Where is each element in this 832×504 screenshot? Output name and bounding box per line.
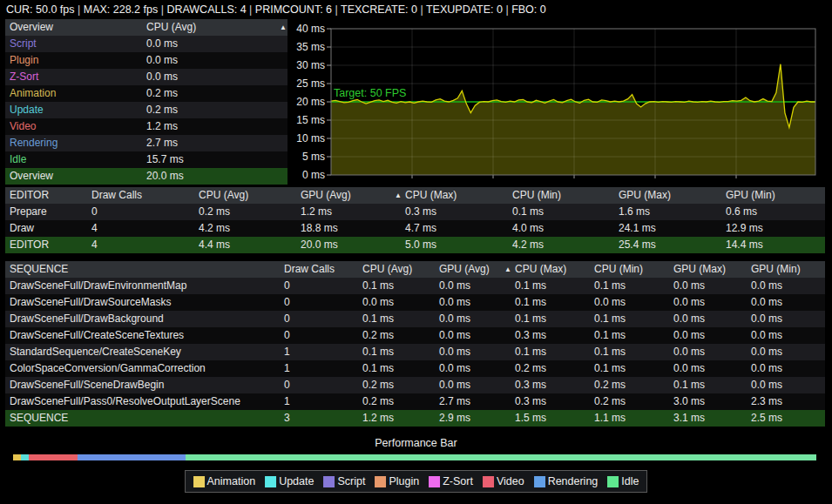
column-header[interactable]: GPU (Max) (673, 261, 726, 278)
legend-swatch-script (323, 476, 335, 487)
status-item: PRIMCOUNT: 6 (255, 3, 332, 16)
column-header[interactable]: GPU (Min) (751, 261, 801, 278)
row-value: 0.1 ms (515, 278, 546, 294)
table-row[interactable]: Prepare00.2 ms1.2 ms0.3 ms0.1 ms1.6 ms0.… (5, 204, 825, 220)
row-value: 0.3 ms (515, 377, 546, 393)
column-header[interactable]: CPU (Min) (594, 261, 643, 278)
row-value: 0 (284, 377, 290, 393)
row-value: 0.0 ms (439, 360, 470, 377)
row-value: 1.2 ms (301, 204, 332, 220)
overview-table-header[interactable]: OverviewCPU (Avg)▲ (5, 19, 287, 36)
row-value: 0.0 ms (751, 311, 782, 327)
row-value: 0.1 ms (362, 311, 394, 327)
row-value: 0.1 ms (515, 294, 546, 311)
table-row[interactable]: Idle15.7 ms (5, 151, 287, 168)
column-header-cpu-avg[interactable]: CPU (Avg) (146, 19, 196, 36)
legend-swatch-idle (607, 476, 619, 487)
table-row[interactable]: Update0.2 ms (5, 102, 287, 118)
table-row[interactable]: DrawSceneFull/DrawEnvironmentMap00.1 ms0… (5, 278, 825, 294)
column-header[interactable]: CPU (Avg) (199, 187, 248, 204)
frame-time-chart: 40 ms35 ms30 ms25 ms20 ms15 ms10 ms5 ms0… (287, 19, 832, 188)
table-row[interactable]: Draw44.2 ms18.8 ms4.7 ms4.0 ms24.1 ms12.… (5, 220, 825, 237)
legend-item: Z-Sort (429, 475, 473, 487)
column-header[interactable]: Draw Calls (284, 261, 335, 278)
column-header[interactable]: Draw Calls (91, 187, 142, 204)
row-value: 0.2 ms (362, 393, 394, 410)
legend-label: Animation (207, 475, 256, 487)
row-value: 0.2 ms (362, 377, 394, 393)
status-separator: | (503, 3, 511, 16)
overview-total-row[interactable]: Overview20.0 ms (5, 168, 287, 185)
table-row[interactable]: Video1.2 ms (5, 118, 287, 135)
column-header[interactable]: CPU (Avg) (362, 261, 412, 278)
table-row[interactable]: Rendering2.7 ms (5, 135, 287, 151)
cpu-avg-value: 0.0 ms (146, 52, 178, 69)
row-value: 0.0 ms (439, 294, 470, 311)
row-value: 0.0 ms (673, 278, 705, 294)
row-value: 0.1 ms (515, 344, 546, 360)
column-header[interactable]: GPU (Avg) (301, 187, 351, 204)
row-value: 0.0 ms (673, 327, 705, 344)
column-header[interactable]: CPU (Max) (405, 187, 457, 204)
table-row[interactable]: Z-Sort0.0 ms (5, 69, 287, 85)
table-row[interactable]: DrawSceneFull/DrawBackground00.1 ms0.0 m… (5, 311, 825, 327)
y-axis-tick-label: 35 ms (296, 41, 325, 53)
sequence-table-total-row[interactable]: SEQUENCE31.2 ms2.9 ms1.5 ms1.1 ms3.1 ms2… (5, 410, 825, 427)
legend-label: Rendering (548, 475, 599, 487)
row-value: 0.2 ms (199, 204, 230, 220)
performance-bar (13, 454, 816, 460)
row-value: 0.2 ms (515, 360, 546, 377)
row-value: 0.0 ms (439, 278, 470, 294)
column-header[interactable]: GPU (Max) (619, 187, 671, 204)
category-label: Rendering (10, 135, 57, 151)
column-header[interactable]: GPU (Avg) (439, 261, 490, 278)
row-value: 0.0 ms (439, 344, 470, 360)
sort-ascending-icon[interactable]: ▲ (395, 187, 402, 204)
column-header[interactable]: GPU (Min) (726, 187, 775, 204)
total-name: SEQUENCE (10, 410, 68, 427)
category-label: Video (10, 118, 36, 135)
legend-swatch-plugin (375, 476, 386, 487)
editor-table-total-row[interactable]: EDITOR44.4 ms20.0 ms5.0 ms4.2 ms25.4 ms1… (5, 237, 825, 253)
table-row[interactable]: Script0.0 ms (5, 36, 287, 52)
total-value: 1.2 ms (362, 410, 394, 427)
column-header[interactable]: CPU (Max) (515, 261, 566, 278)
category-label: Z-Sort (10, 69, 38, 85)
row-value: 12.9 ms (726, 220, 763, 237)
row-value: 0.2 ms (594, 393, 626, 410)
table-row[interactable]: DrawSceneFull/DrawSourceMasks00.0 ms0.0 … (5, 294, 825, 311)
row-value: 4.2 ms (199, 220, 230, 237)
table-row[interactable]: StandardSequence/CreateSceneKey10.1 ms0.… (5, 344, 825, 360)
row-value: 0.0 ms (673, 344, 705, 360)
category-label: Script (10, 36, 37, 52)
table-row[interactable]: ColorSpaceConversion/GammaCorrection10.1… (5, 360, 825, 377)
total-value: 20.0 ms (146, 168, 184, 185)
legend-label: Script (337, 475, 365, 487)
column-header-name[interactable]: EDITOR (10, 187, 49, 204)
y-axis-tick-label: 25 ms (296, 77, 325, 90)
legend-item: Rendering (534, 475, 599, 487)
table-row[interactable]: DrawSceneFull/CreateSceneTextures00.2 ms… (5, 327, 825, 344)
table-row[interactable]: Plugin0.0 ms (5, 52, 287, 69)
column-header-name[interactable]: SEQUENCE (10, 261, 68, 278)
column-header-name[interactable]: Overview (10, 19, 53, 36)
sort-ascending-icon[interactable]: ▲ (280, 19, 287, 36)
row-value: 1 (284, 393, 290, 410)
legend-label: Plugin (389, 475, 419, 487)
cpu-avg-value: 15.7 ms (146, 151, 184, 168)
table-row[interactable]: DrawSceneFull/SceneDrawBegin00.2 ms0.0 m… (5, 377, 825, 393)
status-item: TEXCREATE: 0 (341, 3, 417, 16)
sort-ascending-icon[interactable]: ▲ (504, 261, 511, 278)
legend-label: Video (497, 475, 524, 487)
table-row[interactable]: Animation0.2 ms (5, 85, 287, 102)
sequence-table-header[interactable]: SEQUENCEDraw CallsCPU (Avg)GPU (Avg)CPU … (5, 261, 825, 278)
category-label: Idle (10, 151, 26, 168)
row-value: 0.0 ms (673, 294, 705, 311)
table-row[interactable]: DrawSceneFull/Pass0/ResolveOutputLayerSc… (5, 393, 825, 410)
row-value: 0.1 ms (362, 278, 394, 294)
total-label: Overview (10, 168, 53, 185)
row-value: 0.1 ms (673, 377, 705, 393)
row-name: DrawSceneFull/DrawBackground (10, 311, 164, 327)
editor-table-header[interactable]: EDITORDraw CallsCPU (Avg)GPU (Avg)CPU (M… (5, 187, 825, 204)
column-header[interactable]: CPU (Min) (512, 187, 561, 204)
